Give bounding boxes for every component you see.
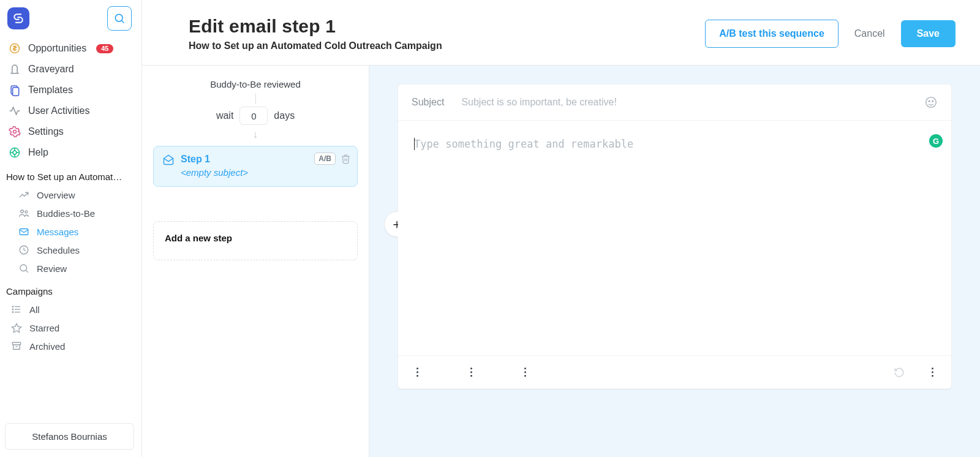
svg-point-28 xyxy=(926,97,937,108)
schedules-icon xyxy=(18,244,29,255)
svg-point-17 xyxy=(20,265,27,271)
opportunities-badge: 45 xyxy=(96,44,113,53)
ab-test-button[interactable]: A/B test this sequence xyxy=(705,20,839,48)
graveyard-icon xyxy=(9,63,21,75)
nav-label: Templates xyxy=(28,85,73,96)
svg-point-0 xyxy=(115,14,123,21)
step-ab-badge[interactable]: A/B xyxy=(314,153,336,165)
nav-templates[interactable]: Templates xyxy=(5,80,134,100)
email-editor: Subject G xyxy=(398,84,952,389)
templates-icon xyxy=(9,84,21,96)
app-logo[interactable] xyxy=(7,7,29,29)
svg-rect-5 xyxy=(13,88,19,96)
body-textarea[interactable] xyxy=(398,121,951,355)
subject-input[interactable] xyxy=(460,96,908,108)
editor-column: ＋ Subject G xyxy=(369,66,980,457)
nav-help[interactable]: Help xyxy=(5,142,134,163)
svg-line-18 xyxy=(26,270,28,272)
buddies-icon xyxy=(18,208,29,219)
svg-point-8 xyxy=(13,151,17,154)
toolbar-menu-3[interactable] xyxy=(521,368,529,377)
nav-opportunities[interactable]: Opportunities 45 xyxy=(5,38,134,59)
sub-label: Buddies-to-Be xyxy=(37,208,95,219)
svg-rect-26 xyxy=(12,342,21,345)
activity-icon xyxy=(9,105,21,117)
nav-settings[interactable]: Settings xyxy=(5,121,134,142)
sub-label: Archived xyxy=(29,341,65,352)
delete-step-button[interactable] xyxy=(341,154,351,164)
svg-point-24 xyxy=(12,312,13,313)
campaigns-header: Campaigns xyxy=(5,278,134,299)
step-subject-preview: <empty subject> xyxy=(181,167,248,178)
list-icon xyxy=(11,304,22,315)
arrow-down-icon: ↓ xyxy=(153,129,358,140)
nav-label: User Activities xyxy=(28,105,89,116)
wait-days-input[interactable] xyxy=(239,107,268,125)
main: Edit email step 1 How to Set up an Autom… xyxy=(142,0,980,457)
campaign-section-title: How to Set up an Automat… xyxy=(5,163,134,184)
campaign-buddies[interactable]: Buddies-to-Be xyxy=(5,204,134,222)
toolbar-menu-right[interactable] xyxy=(928,368,937,377)
campaign-schedules[interactable]: Schedules xyxy=(5,241,134,259)
nav-label: Opportunities xyxy=(28,43,86,54)
editor-toolbar xyxy=(398,355,951,388)
settings-icon xyxy=(9,126,21,138)
overview-icon xyxy=(18,189,29,200)
messages-icon xyxy=(18,226,29,237)
svg-line-1 xyxy=(122,21,124,23)
grammarly-badge[interactable]: G xyxy=(929,134,943,148)
page-subtitle: How to Set up an Automated Cold Outreach… xyxy=(189,40,442,51)
undo-icon xyxy=(894,367,905,378)
user-menu[interactable]: Stefanos Bournias xyxy=(5,423,134,450)
svg-point-6 xyxy=(13,130,17,134)
sub-label: Messages xyxy=(37,227,78,237)
svg-marker-25 xyxy=(12,323,21,332)
sub-label: Schedules xyxy=(37,245,80,255)
save-button[interactable]: Save xyxy=(901,20,956,47)
text-cursor xyxy=(414,138,415,150)
star-icon xyxy=(11,322,22,333)
envelope-open-icon xyxy=(162,154,175,166)
nav-user-activities[interactable]: User Activities xyxy=(5,100,134,121)
review-icon xyxy=(18,263,29,274)
campaigns-archived[interactable]: Archived xyxy=(5,337,134,355)
campaigns-nav: All Starred Archived xyxy=(5,300,134,355)
nav-graveyard[interactable]: Graveyard xyxy=(5,59,134,80)
sub-label: Review xyxy=(37,263,67,274)
svg-point-13 xyxy=(21,210,24,213)
campaign-nav: Overview Buddies-to-Be Messages Schedule… xyxy=(5,186,134,278)
logo-icon xyxy=(12,12,24,25)
campaign-overview[interactable]: Overview xyxy=(5,186,134,204)
opportunities-icon xyxy=(9,42,21,55)
svg-point-23 xyxy=(12,309,13,310)
step-title: Step 1 xyxy=(181,154,248,165)
svg-point-29 xyxy=(929,100,930,102)
emoji-picker-button[interactable] xyxy=(924,96,938,109)
nav-label: Settings xyxy=(28,126,64,137)
page-header: Edit email step 1 How to Set up an Autom… xyxy=(142,0,980,66)
steps-column: Buddy-to-Be reviewed wait days ↓ Step 1 … xyxy=(142,66,369,457)
cancel-button[interactable]: Cancel xyxy=(852,20,888,47)
campaigns-starred[interactable]: Starred xyxy=(5,319,134,337)
campaigns-all[interactable]: All xyxy=(5,300,134,319)
svg-point-22 xyxy=(12,306,13,308)
reviewed-label: Buddy-to-Be reviewed xyxy=(153,79,358,89)
search-button[interactable] xyxy=(107,6,132,31)
step-1-card[interactable]: Step 1 <empty subject> A/B xyxy=(153,146,358,187)
toolbar-menu-2[interactable] xyxy=(467,368,475,377)
sidebar: Opportunities 45 Graveyard Templates Us xyxy=(0,0,142,457)
connector-line xyxy=(255,93,256,104)
wait-prefix: wait xyxy=(216,110,233,121)
sub-label: All xyxy=(29,304,40,315)
svg-point-14 xyxy=(25,211,28,213)
nav-label: Help xyxy=(28,147,48,158)
campaign-review[interactable]: Review xyxy=(5,259,134,278)
toolbar-menu-1[interactable] xyxy=(413,368,421,377)
campaign-messages[interactable]: Messages xyxy=(5,222,134,241)
trash-icon xyxy=(341,154,351,164)
sub-label: Overview xyxy=(37,190,75,200)
add-step-button[interactable]: Add a new step xyxy=(153,221,358,260)
subject-label: Subject xyxy=(412,97,444,108)
undo-button[interactable] xyxy=(894,367,905,378)
nav-label: Graveyard xyxy=(28,64,74,75)
